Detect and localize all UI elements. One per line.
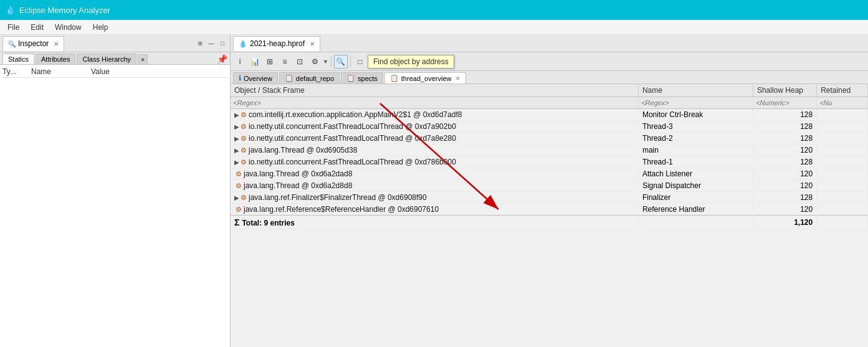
- filter-retained-cell[interactable]: [817, 97, 868, 109]
- object-name: io.netty.util.concurrent.FastThreadLocal…: [249, 158, 456, 166]
- list-toolbar-btn[interactable]: ≡: [278, 55, 292, 69]
- grid-toolbar-btn[interactable]: ⊞: [263, 55, 277, 69]
- retained-heap-cell: [817, 192, 868, 204]
- retained-heap-cell: [817, 109, 868, 121]
- col-value-header: Value: [91, 67, 227, 76]
- name-cell: Reference Handler: [638, 204, 753, 216]
- filter-retained-input[interactable]: [819, 99, 865, 107]
- col-name-header[interactable]: Name: [638, 84, 753, 97]
- object-cell[interactable]: ⚙java.lang.Thread @ 0xd6a2d8d8: [231, 180, 638, 192]
- object-icon: ⚙: [241, 135, 247, 142]
- search-toolbar-btn[interactable]: 🔍: [334, 55, 348, 69]
- expand-button[interactable]: ▶: [234, 194, 239, 201]
- expand-button[interactable]: ▶: [234, 159, 239, 166]
- heap-tab-label: 2021-heap.hprof: [250, 39, 305, 48]
- object-cell[interactable]: ▶⚙io.netty.util.concurrent.FastThreadLoc…: [231, 133, 638, 145]
- default-repo-icon: 📋: [285, 74, 293, 82]
- app-title: Eclipse Memory Analyzer: [19, 6, 110, 15]
- info-toolbar-btn[interactable]: i: [233, 55, 247, 69]
- pin-icon[interactable]: 📌: [217, 54, 227, 64]
- table-row: ▶⚙java.lang.ref.Finalizer$FinalizerThrea…: [231, 192, 868, 204]
- minimize-button[interactable]: —: [206, 39, 216, 49]
- filter-name-input[interactable]: [641, 99, 750, 107]
- col-shallow-header[interactable]: Shallow Heap: [753, 84, 816, 97]
- name-cell: Signal Dispatcher: [638, 180, 753, 192]
- shallow-heap-cell: 120: [753, 180, 816, 192]
- right-tab-bar: 💧 2021-heap.hprof ✕: [231, 35, 868, 52]
- object-icon: ⚙: [241, 158, 247, 166]
- object-cell[interactable]: ▶⚙io.netty.util.concurrent.FastThreadLoc…: [231, 156, 638, 168]
- spects-tab[interactable]: 📋 spects: [341, 72, 383, 83]
- col-ty-header: Ty...: [2, 67, 21, 76]
- object-name: java.lang.Thread @ 0xd6a2dad8: [244, 169, 352, 178]
- inspector-tab-close[interactable]: ✕: [54, 40, 59, 47]
- content-tabs: ℹ Overview 📋 default_repo 📋 spects 📋 thr…: [231, 71, 868, 84]
- app-icon: 💧: [5, 5, 16, 15]
- object-cell[interactable]: ⚙java.lang.Thread @ 0xd6a2dad8: [231, 168, 638, 180]
- object-icon: ⚙: [236, 182, 242, 189]
- col-retained-header[interactable]: Retained: [817, 84, 868, 97]
- statics-col-headers: Ty... Name Value: [2, 67, 227, 78]
- retained-heap-cell: [817, 168, 868, 180]
- maximize-button[interactable]: □: [217, 39, 227, 49]
- statics-table: Ty... Name Value: [0, 65, 230, 347]
- chart-toolbar-btn[interactable]: 📊: [248, 55, 262, 69]
- shallow-heap-cell: 128: [753, 156, 816, 168]
- spects-label: spects: [358, 75, 378, 82]
- name-cell: main: [638, 145, 753, 156]
- thread-overview-label: thread_overview: [401, 75, 452, 82]
- pin-button[interactable]: ⊕: [195, 39, 205, 49]
- object-name: java.lang.ref.Reference$ReferenceHandler…: [244, 205, 439, 214]
- retained-heap-cell: [817, 145, 868, 156]
- settings-toolbar-btn[interactable]: ⚙: [308, 55, 322, 69]
- object-icon: ⚙: [241, 146, 247, 154]
- object-cell[interactable]: ⚙java.lang.ref.Reference$ReferenceHandle…: [231, 204, 638, 216]
- table-row: ▶⚙io.netty.util.concurrent.FastThreadLoc…: [231, 156, 868, 168]
- expand-button[interactable]: ▶: [234, 135, 239, 142]
- object-cell[interactable]: ▶⚙java.lang.Thread @ 0xd6905d38: [231, 145, 638, 156]
- total-name-cell: [638, 216, 753, 230]
- menu-bar: File Edit Window Help: [0, 20, 868, 35]
- statics-tab[interactable]: Statics: [2, 54, 34, 64]
- heap-tab-close[interactable]: ✕: [310, 40, 315, 47]
- filter-shallow-cell[interactable]: [753, 97, 816, 109]
- window-toolbar-btn[interactable]: □: [353, 55, 367, 69]
- inspector-tab[interactable]: 🔍 Inspector ✕: [2, 36, 64, 51]
- table-row: ▶⚙com.intellij.rt.execution.application.…: [231, 109, 868, 121]
- shallow-heap-cell: 128: [753, 133, 816, 145]
- panel-tab-actions: ⊕ — □: [195, 39, 227, 49]
- toolbar: i 📊 ⊞ ≡ ⊡ ⚙ ▼ 🔍 □ ▼ ⊡ ▼ 📊 Find object by…: [231, 52, 868, 71]
- menu-window[interactable]: Window: [50, 22, 87, 33]
- total-retained-cell: [817, 216, 868, 230]
- expand-button[interactable]: ▶: [234, 123, 239, 130]
- default-repo-tab[interactable]: 📋 default_repo: [279, 72, 340, 83]
- col-object-header[interactable]: Object / Stack Frame: [231, 84, 638, 97]
- menu-help[interactable]: Help: [88, 22, 113, 33]
- thread-table: Object / Stack Frame Name Shallow Heap R…: [231, 84, 868, 230]
- attributes-tab[interactable]: Attributes: [36, 54, 75, 64]
- filter-name-cell[interactable]: [638, 97, 753, 109]
- sigma-icon: Σ: [234, 217, 239, 227]
- object-name: java.lang.Thread @ 0xd6a2d8d8: [244, 181, 352, 190]
- inspect-toolbar-btn[interactable]: ⊡: [293, 55, 307, 69]
- expand-button[interactable]: ▶: [234, 147, 239, 154]
- object-cell[interactable]: ▶⚙com.intellij.rt.execution.application.…: [231, 109, 638, 121]
- thread-overview-tab[interactable]: 📋 thread_overview ✕: [384, 72, 466, 83]
- filter-object-cell[interactable]: [231, 97, 638, 109]
- name-cell: Attach Listener: [638, 168, 753, 180]
- inspector-tab-icon: 🔍: [8, 40, 16, 47]
- class-hierarchy-tab[interactable]: Class Hierarchy: [77, 54, 136, 64]
- heap-tab[interactable]: 💧 2021-heap.hprof ✕: [233, 36, 320, 51]
- expand-button[interactable]: ▶: [234, 112, 239, 118]
- settings-dropdown[interactable]: ▼: [323, 59, 328, 65]
- object-cell[interactable]: ▶⚙io.netty.util.concurrent.FastThreadLoc…: [231, 121, 638, 133]
- menu-file[interactable]: File: [2, 22, 24, 33]
- object-cell[interactable]: ▶⚙java.lang.ref.Finalizer$FinalizerThrea…: [231, 192, 638, 204]
- table-row: ▶⚙java.lang.Thread @ 0xd6905d38main120: [231, 145, 868, 156]
- filter-shallow-input[interactable]: [756, 99, 814, 107]
- filter-object-input[interactable]: [233, 99, 636, 107]
- more-tabs-button[interactable]: »: [138, 54, 148, 64]
- thread-overview-close[interactable]: ✕: [455, 75, 460, 82]
- menu-edit[interactable]: Edit: [26, 22, 49, 33]
- overview-tab[interactable]: ℹ Overview: [233, 72, 278, 83]
